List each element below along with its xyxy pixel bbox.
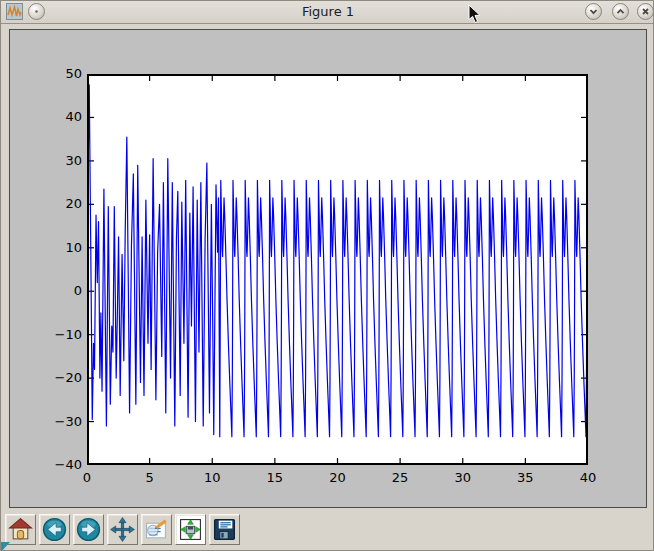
x-tick-label: 25 bbox=[378, 470, 422, 485]
x-tick-label: 35 bbox=[503, 470, 547, 485]
figure-window: Figure 1 05101 bbox=[0, 0, 654, 551]
y-tick-label: −30 bbox=[34, 414, 82, 429]
y-tick-label: 10 bbox=[34, 240, 82, 255]
shade-button[interactable] bbox=[585, 3, 602, 20]
window-title: Figure 1 bbox=[1, 4, 654, 19]
y-tick-label: 40 bbox=[34, 109, 82, 124]
x-tick-label: 5 bbox=[128, 470, 172, 485]
zoom-to-rect-button[interactable] bbox=[141, 514, 172, 545]
x-tick-label: 30 bbox=[441, 470, 485, 485]
plot-area[interactable] bbox=[87, 74, 588, 465]
y-tick-label: −10 bbox=[34, 327, 82, 342]
x-tick-label: 20 bbox=[316, 470, 360, 485]
close-x-icon bbox=[639, 5, 652, 18]
close-button[interactable] bbox=[637, 3, 654, 20]
subplots-icon bbox=[178, 517, 203, 542]
y-tick-label: 50 bbox=[34, 66, 82, 81]
figure-canvas[interactable]: 0510152025303540−40−30−20−1001020304050 bbox=[9, 29, 647, 508]
configure-subplots-button[interactable] bbox=[175, 514, 206, 545]
chevron-down-icon bbox=[587, 5, 600, 18]
forward-arrow-icon bbox=[76, 517, 101, 542]
back-button[interactable] bbox=[39, 514, 70, 545]
titlebar[interactable]: Figure 1 bbox=[1, 1, 654, 24]
y-tick-label: 0 bbox=[34, 283, 82, 298]
y-tick-label: 30 bbox=[34, 153, 82, 168]
pan-arrows-icon bbox=[110, 517, 135, 542]
y-tick-label: −20 bbox=[34, 370, 82, 385]
x-tick-label: 15 bbox=[253, 470, 297, 485]
zoom-rect-icon bbox=[144, 517, 169, 542]
home-button[interactable] bbox=[5, 514, 36, 545]
y-tick-label: −40 bbox=[34, 457, 82, 472]
x-tick-label: 10 bbox=[190, 470, 234, 485]
forward-button[interactable] bbox=[73, 514, 104, 545]
chevron-up-icon bbox=[614, 5, 627, 18]
mouse-cursor-icon bbox=[468, 5, 482, 28]
save-button[interactable] bbox=[209, 514, 240, 545]
x-tick-label: 40 bbox=[566, 470, 610, 485]
save-floppy-icon bbox=[212, 517, 237, 542]
y-tick-label: 20 bbox=[34, 196, 82, 211]
home-icon bbox=[8, 517, 33, 542]
maximize-button[interactable] bbox=[612, 3, 629, 20]
corner-grip-icon bbox=[1, 542, 10, 551]
x-tick-label: 0 bbox=[65, 470, 109, 485]
pan-button[interactable] bbox=[107, 514, 138, 545]
back-arrow-icon bbox=[42, 517, 67, 542]
